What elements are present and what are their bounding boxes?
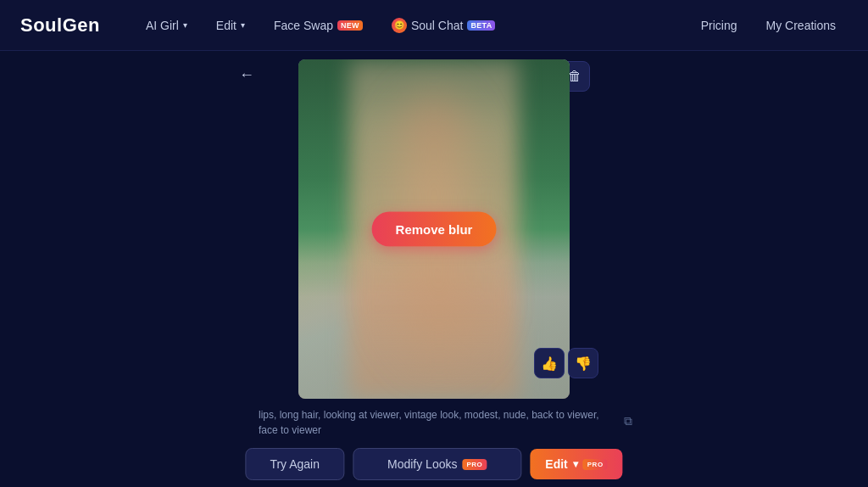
copy-icon: ⧉ bbox=[624, 414, 632, 428]
chevron-down-icon-edit: ▾ bbox=[241, 20, 245, 30]
nav-badge-beta: Beta bbox=[467, 20, 495, 31]
thumbs-down-icon: 👎 bbox=[575, 355, 592, 372]
nav-badge-new: NEW bbox=[337, 20, 363, 31]
back-button[interactable]: ← bbox=[233, 61, 260, 88]
thumbs-up-button[interactable]: 👍 bbox=[534, 348, 565, 378]
edit-pro-badge: PRO bbox=[583, 459, 608, 470]
thumbs-container: 👍 👎 bbox=[534, 348, 598, 378]
edit-button[interactable]: Edit ▾ PRO bbox=[530, 449, 622, 479]
modify-pro-badge: PRO bbox=[462, 459, 487, 470]
prompt-section: lips, long hair, looking at viewer, vint… bbox=[259, 407, 640, 438]
nav-item-pricing[interactable]: Pricing bbox=[689, 14, 749, 37]
nav-item-edit[interactable]: Edit ▾ bbox=[204, 14, 257, 37]
modify-looks-label: Modify Looks bbox=[387, 457, 457, 471]
try-again-button[interactable]: Try Again bbox=[245, 448, 344, 480]
bottom-buttons: Try Again Modify Looks PRO Edit ▾ PRO bbox=[245, 448, 622, 480]
nav-item-my-creations[interactable]: My Creations bbox=[754, 14, 848, 37]
nav-links: AI Girl ▾ Edit ▾ Face Swap NEW 😊 Soul Ch… bbox=[134, 13, 848, 38]
trash-icon: 🗑 bbox=[568, 69, 581, 84]
chevron-down-icon: ▾ bbox=[183, 20, 187, 30]
soul-chat-icon: 😊 bbox=[392, 18, 407, 33]
image-container: Remove blur bbox=[298, 59, 570, 399]
nav-item-ai-girl[interactable]: AI Girl ▾ bbox=[134, 14, 199, 37]
nav-item-soul-chat[interactable]: 😊 Soul Chat Beta bbox=[380, 13, 508, 38]
nav-label-soul-chat: Soul Chat bbox=[411, 19, 463, 32]
nav-label-ai-girl: AI Girl bbox=[146, 19, 179, 32]
logo: SoulGen bbox=[20, 14, 100, 36]
thumbs-down-button[interactable]: 👎 bbox=[568, 348, 598, 378]
copy-prompt-button[interactable]: ⧉ bbox=[616, 409, 640, 433]
thumbs-up-icon: 👍 bbox=[541, 355, 558, 372]
prompt-text: lips, long hair, looking at viewer, vint… bbox=[259, 407, 608, 438]
remove-blur-button[interactable]: Remove blur bbox=[372, 212, 497, 247]
nav-item-face-swap[interactable]: Face Swap NEW bbox=[262, 14, 375, 37]
nav-label-face-swap: Face Swap bbox=[274, 19, 333, 32]
main-content: ← ⬇ 🗑 Remove blur 👍 👎 lips, long hair, l… bbox=[0, 51, 868, 487]
modify-looks-button[interactable]: Modify Looks PRO bbox=[353, 448, 521, 480]
edit-dropdown-arrow: ▾ bbox=[573, 458, 578, 470]
edit-label: Edit bbox=[545, 457, 567, 471]
nav-label-edit: Edit bbox=[216, 19, 236, 32]
navbar: SoulGen AI Girl ▾ Edit ▾ Face Swap NEW 😊… bbox=[0, 0, 868, 51]
